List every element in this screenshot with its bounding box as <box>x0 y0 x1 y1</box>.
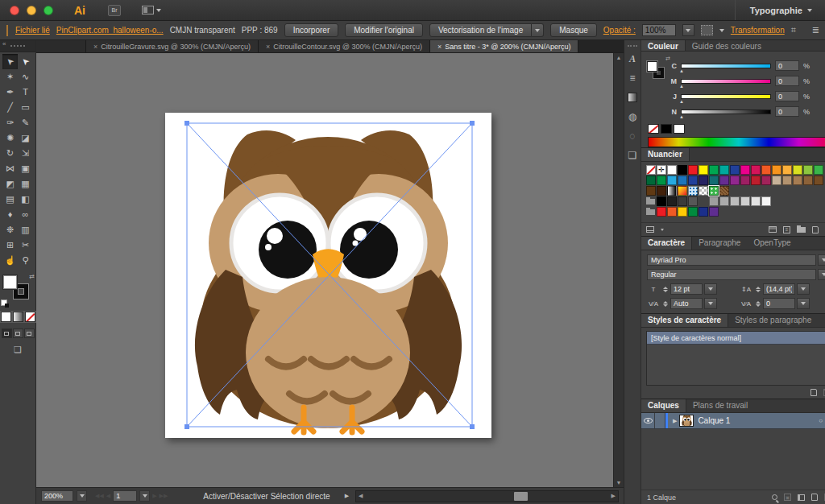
color-swatch[interactable] <box>657 176 666 185</box>
tab-opentype[interactable]: OpenType <box>747 237 797 250</box>
color-swatch[interactable] <box>730 196 740 206</box>
graphic-style-chip[interactable] <box>701 25 713 35</box>
stroke-panel-icon[interactable]: ≡ <box>624 70 641 86</box>
color-swatch[interactable] <box>678 196 687 206</box>
locate-object-icon[interactable] <box>772 494 777 500</box>
color-swatch[interactable] <box>803 165 813 175</box>
leading-stepper[interactable] <box>754 283 761 295</box>
symbol-sprayer-tool[interactable]: ❉ <box>2 222 18 238</box>
slider-thumb-icon[interactable]: ▲ <box>679 68 684 73</box>
black-slider[interactable]: ▲ <box>681 109 771 114</box>
layer-lock-toggle[interactable] <box>655 413 665 428</box>
scroll-left-icon[interactable]: ◀ <box>356 493 365 499</box>
show-swatch-kinds-icon[interactable] <box>769 226 777 233</box>
tools-panel-header[interactable]: « <box>0 40 35 52</box>
tracking-stepper[interactable] <box>754 298 761 309</box>
yellow-value-input[interactable] <box>775 91 799 101</box>
document-tab-2[interactable]: × CitrouilleContour.svg @ 300% (CMJN/Ape… <box>259 40 430 52</box>
layer-row[interactable]: ▶ Calque 1 ○ <box>641 413 825 429</box>
font-size-dropdown[interactable] <box>704 283 717 295</box>
color-swatch[interactable] <box>709 207 719 217</box>
font-style-input[interactable] <box>647 269 816 280</box>
artboard-dropdown[interactable] <box>139 490 150 502</box>
blob-brush-tool[interactable]: ✺ <box>2 130 18 146</box>
pencil-tool[interactable]: ✎ <box>18 115 33 130</box>
close-tab-icon[interactable]: × <box>93 43 97 51</box>
transparency-panel-icon[interactable]: ◍ <box>624 109 641 125</box>
normal-character-style-item[interactable]: [Style de caractères normal] <box>647 332 825 345</box>
color-swatch[interactable] <box>678 176 687 185</box>
last-artboard-button[interactable]: ▶▶ <box>160 493 168 499</box>
blend-tool[interactable]: ∞ <box>18 207 33 222</box>
color-swatch[interactable] <box>814 165 823 175</box>
drag-handle[interactable] <box>628 45 637 47</box>
canvas[interactable]: ▲ ▼ <box>36 52 624 487</box>
scroll-right-icon[interactable]: ▶ <box>609 493 618 499</box>
tab-plans-de-travail[interactable]: Plans de travail <box>686 399 754 412</box>
fill-color-swatch[interactable] <box>647 61 657 72</box>
color-swatch[interactable] <box>699 176 708 185</box>
panel-menu-icon[interactable]: ▾≡ <box>821 314 825 327</box>
tab-couleur[interactable]: Couleur <box>641 40 686 51</box>
color-swatch[interactable] <box>688 165 698 175</box>
gradbw-swatch[interactable] <box>667 186 677 196</box>
style-dropdown-icon[interactable] <box>719 29 724 32</box>
slice-tool[interactable]: ✂ <box>18 238 33 253</box>
leading-dropdown[interactable] <box>797 283 810 295</box>
workspace-switcher[interactable]: Typographie <box>735 0 825 20</box>
color-swatch[interactable] <box>761 176 771 185</box>
layer-thumbnail[interactable] <box>679 415 694 427</box>
patdots-swatch[interactable] <box>688 186 698 196</box>
tab-caractere[interactable]: Caractère <box>641 237 692 250</box>
zoom-dropdown[interactable] <box>77 490 87 502</box>
font-size-stepper[interactable] <box>661 283 669 295</box>
gradient-button[interactable] <box>13 312 23 322</box>
opacity-label[interactable]: Opacité : <box>603 26 636 35</box>
lasso-tool[interactable]: ∿ <box>18 69 33 85</box>
mesh-tool[interactable]: ▤ <box>2 192 18 207</box>
tab-calques[interactable]: Calques <box>641 399 686 412</box>
color-swatch[interactable] <box>688 207 698 217</box>
color-group-folder-icon[interactable] <box>646 207 656 217</box>
artboard[interactable] <box>165 113 491 438</box>
none-button[interactable] <box>25 312 35 322</box>
document-tab-1[interactable]: × CitrouilleGravure.svg @ 300% (CMJN/Ape… <box>86 40 259 52</box>
color-swatch[interactable] <box>709 196 719 206</box>
width-tool[interactable]: ⋈ <box>2 161 18 176</box>
owl-artwork[interactable] <box>165 113 491 438</box>
direct-selection-tool[interactable]: ➤ <box>18 54 33 69</box>
color-swatch[interactable] <box>699 207 708 217</box>
tracking-dropdown[interactable] <box>797 298 810 309</box>
vertical-scrollbar[interactable]: ▲ ▼ <box>613 53 624 487</box>
color-swatch[interactable] <box>782 165 792 175</box>
default-fill-stroke-icon[interactable] <box>1 300 7 306</box>
patgreen-swatch[interactable] <box>709 186 719 196</box>
font-family-dropdown[interactable] <box>818 254 825 266</box>
paintbrush-tool[interactable]: ✑ <box>2 115 18 130</box>
opacity-dropdown[interactable] <box>682 24 694 36</box>
black-swatch[interactable] <box>661 124 672 134</box>
color-swatch[interactable] <box>699 165 708 175</box>
none-swatch[interactable] <box>646 165 656 175</box>
color-swatch[interactable] <box>772 176 781 185</box>
color-swatch[interactable] <box>793 176 802 185</box>
swatch-options-icon[interactable]: ≡ <box>783 226 790 233</box>
panel-menu-icon[interactable]: ▾≡ <box>821 40 825 51</box>
status-flyout-icon[interactable]: ▶ <box>345 493 349 499</box>
font-style-dropdown[interactable] <box>818 269 825 280</box>
shape-builder-tool[interactable]: ◩ <box>2 176 18 192</box>
cyan-value-input[interactable] <box>775 60 799 71</box>
grador-swatch[interactable] <box>678 186 687 196</box>
scroll-down-icon[interactable]: ▼ <box>616 480 622 485</box>
color-swatch[interactable] <box>740 196 750 206</box>
column-graph-tool[interactable]: ▥ <box>18 222 33 238</box>
links-panel-icon[interactable]: ❏ <box>624 147 641 163</box>
perspective-grid-tool[interactable]: ▦ <box>18 176 33 192</box>
patcheck-swatch[interactable] <box>699 186 708 196</box>
artboard-number-input[interactable] <box>113 490 137 502</box>
color-swatch[interactable] <box>782 176 792 185</box>
font-family-input[interactable] <box>647 254 816 266</box>
color-swatch[interactable] <box>678 207 687 217</box>
tab-guide-des-couleurs[interactable]: Guide des couleurs <box>686 40 768 51</box>
eyedropper-tool[interactable]: ♦ <box>2 207 18 222</box>
